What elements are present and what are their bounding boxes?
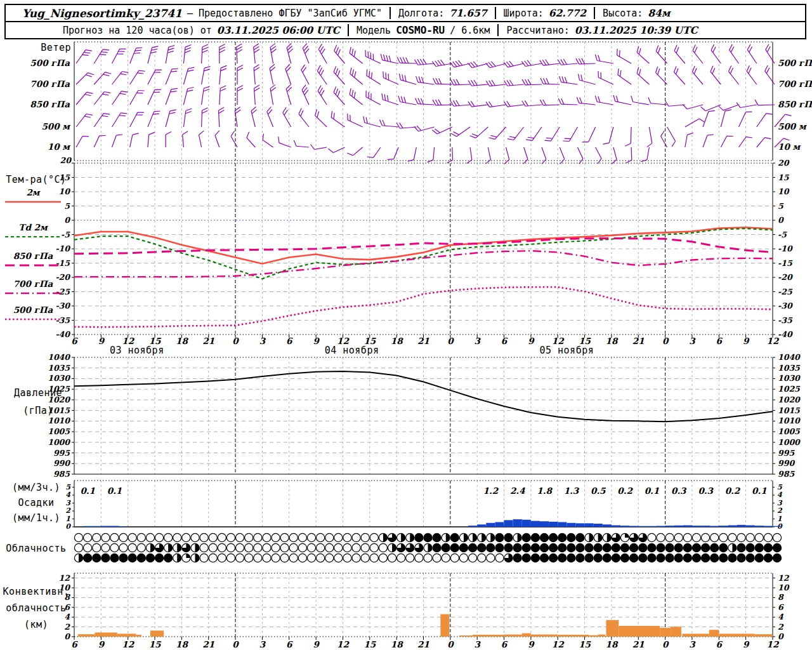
svg-text:18: 18: [606, 639, 619, 649]
cloud-row: [74, 554, 781, 562]
svg-text:500 гПа: 500 гПа: [13, 305, 53, 315]
svg-text:850 гПа: 850 гПа: [30, 99, 70, 109]
svg-text:1010: 1010: [778, 416, 801, 425]
svg-text:700 гПа: 700 гПа: [30, 79, 70, 89]
separator: [495, 7, 496, 19]
svg-text:9: 9: [743, 336, 750, 346]
svg-text:985: 985: [778, 469, 795, 479]
convective-bar: [671, 627, 681, 637]
precip-bar: [657, 526, 665, 527]
svg-text:-5: -5: [778, 230, 787, 239]
convective-bar: [522, 633, 531, 637]
svg-text:1040: 1040: [48, 352, 70, 362]
precip-bar: [773, 526, 782, 527]
svg-text:15: 15: [363, 639, 376, 649]
svg-text:0: 0: [447, 639, 454, 649]
svg-text:4: 4: [65, 491, 70, 499]
svg-text:3: 3: [689, 639, 696, 649]
svg-text:6: 6: [501, 639, 508, 649]
svg-text:21: 21: [632, 336, 645, 346]
convective-bar: [459, 635, 473, 637]
svg-text:500 гПа: 500 гПа: [778, 58, 812, 68]
svg-text:-15: -15: [778, 258, 793, 268]
svg-text:0.3: 0.3: [671, 486, 687, 496]
svg-text:1: 1: [777, 515, 782, 523]
precip-bar: [692, 526, 701, 527]
precip-bar: [674, 526, 683, 527]
svg-text:0.3: 0.3: [698, 486, 714, 496]
header-row-1: Yug_Nignesortimky_23741 — Предоставлено …: [6, 5, 805, 22]
latitude-value: 62.772: [549, 7, 586, 19]
svg-text:9: 9: [528, 336, 535, 346]
svg-text:3: 3: [777, 499, 783, 507]
svg-text:0.2: 0.2: [725, 486, 741, 496]
svg-text:8: 8: [778, 592, 784, 602]
convective-bar: [598, 635, 605, 637]
svg-text:1010: 1010: [48, 416, 70, 425]
wind-barb-row: [76, 43, 775, 68]
svg-text:0.1: 0.1: [107, 486, 122, 496]
model-resolution: / 6.6км: [450, 25, 490, 36]
separator: [390, 7, 391, 19]
precip-bar: [101, 526, 110, 527]
precip-bar: [531, 521, 540, 527]
svg-text:1.2: 1.2: [483, 486, 499, 496]
provider-text: — Предоставлено ФГБУ "ЗапСиб УГМС": [187, 8, 382, 19]
convective-bar: [660, 628, 671, 637]
svg-text:850 гПа: 850 гПа: [778, 99, 812, 109]
svg-text:3: 3: [65, 499, 71, 507]
precip-bar: [603, 524, 612, 527]
svg-text:1025: 1025: [778, 384, 801, 394]
wind-barb-row: [76, 131, 790, 164]
pressure-series: [74, 371, 773, 421]
svg-text:18: 18: [176, 639, 188, 649]
precip-bar: [710, 526, 719, 527]
precip-bar: [119, 526, 128, 527]
header-row-2: Прогноз на 120 часа(ов) от 03.11.2025 06…: [6, 22, 805, 38]
convective-bar: [117, 633, 136, 637]
precip-bar: [638, 526, 647, 527]
precip-bar: [629, 526, 638, 527]
longitude-label: Долгота:: [398, 8, 444, 19]
svg-text:5: 5: [64, 201, 70, 211]
svg-text:9: 9: [98, 639, 105, 649]
pressure-panel: 1040104010351035103010301025102510201020…: [14, 352, 801, 479]
svg-text:1035: 1035: [778, 363, 801, 373]
svg-text:12: 12: [337, 639, 350, 649]
forecast-prefix: Прогноз на 120 часа(ов) от: [63, 25, 212, 36]
temp-series-700 гПа: [74, 251, 773, 277]
svg-text:2: 2: [777, 507, 783, 515]
svg-text:18: 18: [606, 336, 619, 346]
svg-text:3: 3: [259, 336, 266, 346]
precip-bar: [110, 526, 119, 527]
separator: [348, 24, 349, 36]
svg-text:0.5: 0.5: [591, 486, 606, 496]
precip-bar: [477, 524, 486, 527]
header: Yug_Nignesortimky_23741 — Предоставлено …: [4, 4, 806, 39]
precip-bar: [665, 526, 674, 527]
svg-text:3: 3: [259, 639, 266, 649]
svg-text:05 ноября: 05 ноября: [539, 345, 594, 356]
convective-bar: [755, 634, 773, 637]
svg-text:(гПа): (гПа): [23, 405, 53, 416]
precip-bar: [764, 526, 773, 527]
svg-text:995: 995: [53, 448, 70, 458]
cloud-panel: Облачность: [6, 533, 781, 562]
altitude-value: 84м: [648, 7, 670, 19]
precip-bar: [558, 522, 566, 527]
svg-text:Тем-ра(°C): Тем-ра(°C): [6, 174, 66, 185]
precip-bar: [612, 526, 620, 527]
latitude-label: Широта:: [504, 8, 544, 19]
svg-text:-30: -30: [55, 301, 70, 310]
svg-text:0: 0: [778, 215, 784, 225]
wind-barb-row: [76, 64, 775, 86]
svg-text:500 м: 500 м: [778, 121, 808, 131]
svg-text:0: 0: [662, 336, 669, 346]
precip-bar: [594, 524, 603, 527]
svg-text:15: 15: [579, 639, 591, 649]
precip-bar: [575, 523, 584, 527]
svg-text:6: 6: [716, 336, 723, 346]
svg-text:0: 0: [232, 336, 239, 346]
svg-text:2: 2: [64, 622, 70, 632]
svg-text:1: 1: [65, 515, 70, 523]
